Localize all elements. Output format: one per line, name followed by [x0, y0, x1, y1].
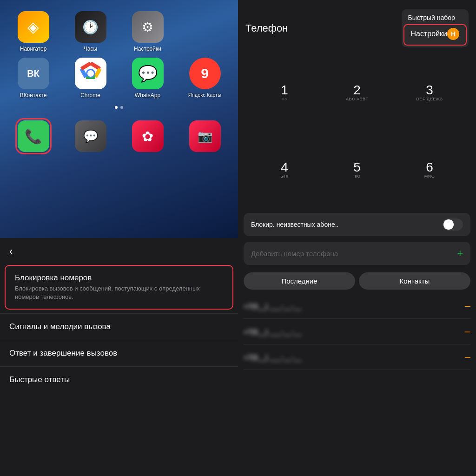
app-grid-row2: ВК ВКонтакте — [7, 58, 231, 99]
quick-dial-menu: Быстрый набор Настройки Н — [402, 9, 469, 47]
blocked-number-row-1: +7(9__) ___-__-__ – — [244, 293, 470, 319]
phone-dialer: Телефон Быстрый набор Настройки Н 1 ○○ 2… — [238, 0, 476, 238]
block-unknown-row: Блокир. неизвестных абоне.. — [244, 213, 470, 236]
settings-item-ringtones[interactable]: Сигналы и мелодии вызова — [0, 313, 238, 340]
block-numbers-screen: Добавить номер телефона + Последние Конт… — [238, 238, 476, 476]
dial-letters-1: ○○ — [282, 97, 287, 101]
settings-home-label: Настройки — [134, 46, 161, 52]
settings-item-block-numbers[interactable]: Блокировка номеров Блокировка вызовов и … — [5, 265, 233, 310]
dock-flowers[interactable]: ✿ — [122, 118, 173, 154]
dialpad: 1 ○○ 2 ABC АБВГ 3 DEF ДЕЁЖЗ 4 GHI 5 .IKI… — [238, 51, 476, 211]
chrome-icon — [75, 58, 106, 89]
dial-number-5: 5 — [353, 161, 361, 174]
navigator-icon: ◈ — [18, 11, 49, 43]
dock: 📞 💬 ✿ 📷 — [7, 118, 231, 154]
blocked-number-row-3: +7(9__) ___-__-__ – — [244, 344, 470, 370]
home-screen: ◈ Навигатор 🕑 Часы ⚙ Настройки ВК ВКонта… — [0, 0, 238, 238]
dial-key-2[interactable]: 2 ABC АБВГ — [322, 55, 392, 130]
flowers-dock-icon: ✿ — [132, 120, 164, 152]
dialer-settings-item[interactable]: Настройки Н — [403, 24, 467, 46]
contacts-button[interactable]: Контакты — [359, 272, 470, 290]
camera-dock-icon: 📷 — [189, 120, 221, 152]
navigator-label: Навигатор — [20, 46, 47, 52]
dialer-title: Телефон — [245, 22, 288, 34]
back-arrow-icon[interactable]: ‹ — [9, 245, 13, 257]
recent-button[interactable]: Последние — [244, 272, 355, 290]
ringtones-label: Сигналы и мелодии вызова — [9, 322, 111, 331]
dot-2 — [120, 106, 123, 109]
block-unknown-label: Блокир. неизвестных абоне.. — [251, 221, 338, 228]
block-unknown-toggle[interactable] — [443, 218, 463, 231]
quick-dial-label: Быстрый набор — [402, 10, 469, 23]
whatsapp-icon: 💬 — [132, 58, 164, 89]
blocked-number-row-2: +7(9__) ___-__-__ – — [244, 319, 470, 344]
add-number-row: Добавить номер телефона + — [244, 242, 470, 265]
page-indicators — [7, 104, 231, 111]
blocked-number-2: +7(9__) ___-__-__ — [244, 328, 302, 336]
phone-dock-icon: 📞 — [18, 120, 49, 152]
app-whatsapp[interactable]: 💬 WhatsApp — [122, 58, 173, 99]
vk-label: ВКонтакте — [20, 92, 47, 99]
blocked-number-1: +7(9__) ___-__-__ — [244, 302, 302, 310]
filter-buttons: Последние Контакты — [238, 269, 476, 293]
dial-number-3: 3 — [426, 84, 433, 97]
whatsapp-label: WhatsApp — [135, 92, 160, 99]
dock-messages[interactable]: 💬 — [65, 118, 116, 154]
dial-letters-6: MNO — [424, 174, 435, 178]
yandex-label: Яндекс.Карты — [188, 92, 221, 98]
app-settings-home[interactable]: ⚙ Настройки — [122, 11, 173, 52]
dial-key-1[interactable]: 1 ○○ — [249, 55, 320, 130]
yandex-icon: 9 — [189, 58, 221, 89]
block-numbers-title: Блокировка номеров — [15, 273, 223, 283]
app-navigator[interactable]: ◈ Навигатор — [7, 11, 59, 52]
remove-number-3[interactable]: – — [465, 351, 470, 363]
dial-number-2: 2 — [353, 84, 361, 97]
clock-label: Часы — [84, 46, 97, 52]
messages-dock-icon: 💬 — [75, 120, 106, 152]
dial-key-4[interactable]: 4 GHI — [249, 132, 320, 207]
dial-key-3[interactable]: 3 DEF ДЕЁЖЗ — [394, 55, 465, 130]
settings-badge: Н — [447, 28, 459, 40]
dock-phone[interactable]: 📞 — [7, 118, 59, 154]
app-grid-row1: ◈ Навигатор 🕑 Часы ⚙ Настройки — [7, 11, 231, 52]
remove-number-1[interactable]: – — [465, 300, 470, 312]
back-button-row: ‹ — [0, 238, 238, 261]
dot-1 — [115, 106, 118, 109]
app-chrome[interactable]: Chrome — [65, 58, 116, 99]
app-vk[interactable]: ВК ВКонтакте — [7, 58, 59, 99]
settings-item-quick-replies[interactable]: Быстрые ответы — [0, 366, 238, 393]
svg-point-3 — [87, 70, 94, 77]
dial-key-6[interactable]: 6 MNO — [394, 132, 465, 207]
quick-replies-label: Быстрые ответы — [9, 375, 70, 384]
chrome-label: Chrome — [80, 92, 100, 99]
dial-number-1: 1 — [281, 84, 288, 97]
dial-letters-4: GHI — [280, 174, 289, 178]
dialer-header: Телефон Быстрый набор Настройки Н — [238, 0, 476, 51]
block-numbers-desc: Блокировка вызовов и сообщений, поступаю… — [15, 284, 223, 301]
settings-item-answer-end[interactable]: Ответ и завершение вызовов — [0, 340, 238, 366]
blocked-number-3: +7(9__) ___-__-__ — [244, 353, 302, 361]
clock-icon: 🕑 — [75, 11, 106, 43]
app-clock[interactable]: 🕑 Часы — [65, 11, 116, 52]
blocked-numbers-list: +7(9__) ___-__-__ – +7(9__) ___-__-__ – … — [238, 293, 476, 476]
answer-end-label: Ответ и завершение вызовов — [9, 349, 117, 357]
dock-camera[interactable]: 📷 — [179, 118, 231, 154]
app-yandex[interactable]: 9 Яндекс.Карты — [179, 58, 231, 99]
dial-number-6: 6 — [426, 161, 433, 174]
remove-number-2[interactable]: – — [465, 325, 470, 337]
add-number-placeholder: Добавить номер телефона — [251, 250, 338, 258]
dial-key-5[interactable]: 5 .IKI — [322, 132, 392, 207]
dialer-settings-label: Настройки — [411, 30, 447, 38]
vk-icon: ВК — [18, 58, 49, 89]
dial-letters-5: .IKI — [353, 174, 361, 178]
settings-menu: ‹ Блокировка номеров Блокировка вызовов … — [0, 238, 238, 476]
dial-number-4: 4 — [281, 161, 288, 174]
settings-home-icon: ⚙ — [132, 11, 164, 43]
add-number-plus[interactable]: + — [457, 247, 463, 259]
dial-letters-3: DEF ДЕЁЖЗ — [416, 97, 443, 101]
dial-letters-2: ABC АБВГ — [346, 97, 368, 101]
